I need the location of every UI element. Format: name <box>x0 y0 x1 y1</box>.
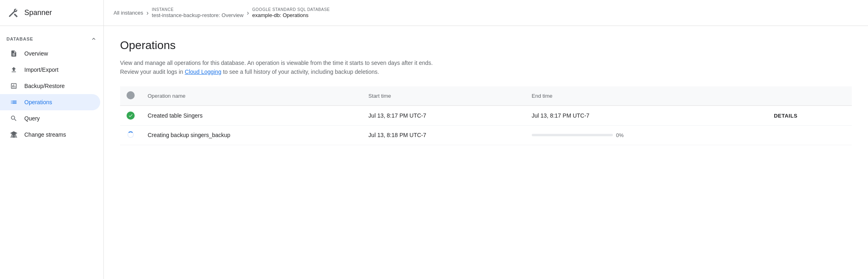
change-streams-icon <box>10 131 18 139</box>
row1-status-icon <box>127 112 135 120</box>
table-row: Creating backup singers_backup Jul 13, 8… <box>120 125 852 145</box>
row1-operation-name: Created table Singers <box>141 105 362 125</box>
table-header-row: Operation name Start time End time <box>120 86 852 106</box>
sidebar-section-header: DATABASE <box>0 32 103 45</box>
row2-status-spinner <box>127 131 134 138</box>
breadcrumb-instance-block: INSTANCE test-instance-backup-restore: O… <box>152 7 243 19</box>
row2-status-cell <box>120 125 141 145</box>
progress-bar-background <box>532 134 613 136</box>
spanner-icon <box>6 6 19 19</box>
description-text-2: Review your audit logs in <box>120 69 185 75</box>
row2-end-time: 0% <box>525 125 767 145</box>
breadcrumb-all-instances[interactable]: All instances <box>114 10 143 16</box>
sidebar-item-import-export-label: Import/Export <box>24 67 58 73</box>
operations-table: Operation name Start time End time Creat… <box>120 86 852 145</box>
col-start-time: Start time <box>362 86 525 106</box>
row1-end-time: Jul 13, 8:17 PM UTC-7 <box>525 105 767 125</box>
sidebar-item-operations[interactable]: Operations <box>0 94 100 110</box>
progress-container: 0% <box>532 132 761 138</box>
top-row: Spanner All instances › INSTANCE test-in… <box>0 0 868 26</box>
breadcrumb-db-value: example-db: Operations <box>252 12 330 19</box>
sidebar-item-backup-restore-label: Backup/Restore <box>24 83 65 89</box>
sidebar-item-change-streams[interactable]: Change streams <box>0 127 100 143</box>
row1-start-time: Jul 13, 8:17 PM UTC-7 <box>362 105 525 125</box>
table-header: Operation name Start time End time <box>120 86 852 106</box>
sidebar-item-overview-label: Overview <box>24 50 48 57</box>
app-header: Spanner <box>0 0 104 26</box>
breadcrumb-bar: All instances › INSTANCE test-instance-b… <box>104 0 868 26</box>
col-operation-name: Operation name <box>141 86 362 106</box>
row2-action-cell <box>767 125 852 145</box>
table-body: Created table Singers Jul 13, 8:17 PM UT… <box>120 105 852 145</box>
breadcrumb-sep-1: › <box>146 9 148 17</box>
breadcrumb-instance-label: INSTANCE <box>152 7 243 12</box>
main-content: Operations View and manage all operation… <box>104 26 868 279</box>
overview-icon <box>10 49 18 58</box>
sidebar-item-query[interactable]: Query <box>0 110 100 127</box>
breadcrumb-instance-value[interactable]: test-instance-backup-restore: Overview <box>152 12 243 19</box>
sidebar: DATABASE Overview Import/Export Backup/R… <box>0 26 104 279</box>
sidebar-item-change-streams-label: Change streams <box>24 131 66 138</box>
col-end-time: End time <box>525 86 767 106</box>
row1-status-cell <box>120 105 141 125</box>
col-status <box>120 86 141 106</box>
description-text-3: to see a full history of your activity, … <box>221 69 379 75</box>
progress-text: 0% <box>616 132 624 138</box>
breadcrumb-db-label: GOOGLE STANDARD SQL DATABASE <box>252 7 330 12</box>
row1-details-link[interactable]: DETAILS <box>774 113 797 119</box>
table-row: Created table Singers Jul 13, 8:17 PM UT… <box>120 105 852 125</box>
backup-restore-icon <box>10 82 18 90</box>
query-icon <box>10 114 18 122</box>
status-header-icon <box>127 91 135 99</box>
page-description: View and manage all operations for this … <box>120 58 485 77</box>
sidebar-item-backup-restore[interactable]: Backup/Restore <box>0 78 100 94</box>
breadcrumb-sep-2: › <box>247 9 249 17</box>
app-name: Spanner <box>24 9 52 17</box>
row1-action-cell: DETAILS <box>767 105 852 125</box>
sidebar-item-operations-label: Operations <box>24 99 52 105</box>
main-layout: DATABASE Overview Import/Export Backup/R… <box>0 26 868 279</box>
row2-operation-name: Creating backup singers_backup <box>141 125 362 145</box>
svg-marker-0 <box>11 132 17 137</box>
sidebar-section-label: DATABASE <box>6 36 33 41</box>
cloud-logging-link[interactable]: Cloud Logging <box>185 69 221 75</box>
sidebar-item-query-label: Query <box>24 115 40 122</box>
col-action <box>767 86 852 106</box>
sidebar-item-import-export[interactable]: Import/Export <box>0 62 100 78</box>
breadcrumb-db-block: GOOGLE STANDARD SQL DATABASE example-db:… <box>252 7 330 19</box>
row2-start-time: Jul 13, 8:18 PM UTC-7 <box>362 125 525 145</box>
chevron-up-icon[interactable] <box>90 36 97 42</box>
operations-icon <box>10 98 18 106</box>
import-export-icon <box>10 66 18 74</box>
sidebar-item-overview[interactable]: Overview <box>0 45 100 62</box>
page-title: Operations <box>120 39 852 52</box>
description-text-1: View and manage all operations for this … <box>120 60 433 66</box>
